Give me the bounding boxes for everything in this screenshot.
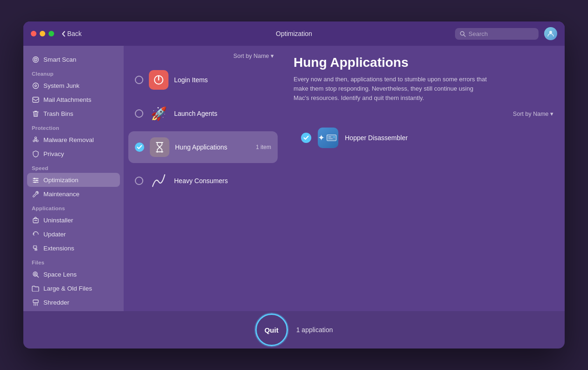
scan-item-heavy-consumers[interactable]: Heavy Consumers [128,165,278,197]
radar-icon [32,56,39,63]
sidebar-item-extensions[interactable]: Extensions [23,241,124,255]
hung-applications-label: Hung Applications [175,143,250,151]
sidebar-item-mail-attachments[interactable]: Mail Attachments [23,92,124,107]
extensions-icon [32,244,39,252]
search-bar[interactable] [455,28,539,40]
puzzle-icon [32,245,39,252]
sidebar-item-updater[interactable]: Updater [23,227,124,241]
center-panel: Sort by Name ▾ Login Items 🚀 Launch Agen… [124,46,282,311]
bin-icon [33,110,39,117]
sidebar-item-label: Malware Removal [43,136,94,143]
right-panel-title: Hung Applications [294,55,553,70]
sidebar-item-label: Uninstaller [43,217,73,224]
minimize-button[interactable] [40,31,45,36]
svg-point-6 [33,83,38,88]
sidebar-item-uninstaller[interactable]: Uninstaller [23,213,124,227]
maximize-button[interactable] [49,31,54,36]
biohazard-icon [32,136,39,143]
bottom-count-label: 1 application [296,326,333,334]
search-input[interactable] [469,30,534,37]
app-window: Back Optimization [23,21,565,349]
scan-item-login-items[interactable]: Login Items [128,64,278,96]
quit-button[interactable]: Quit [255,313,288,346]
svg-rect-25 [33,300,38,303]
disassembler-icon [325,130,338,145]
launch-agents-label: Launch Agents [174,110,271,117]
main-content: Smart Scan Cleanup System Junk [23,46,565,311]
sliders-icon [32,177,39,184]
svg-point-12 [35,137,36,139]
sidebar-section-protection: Protection [23,121,124,133]
sidebar-item-label: Extensions [43,245,74,252]
launch-agents-icon: 🚀 [149,104,168,123]
sidebar-item-malware-removal[interactable]: Malware Removal [23,133,124,147]
close-button[interactable] [31,31,36,36]
title-bar: Back Optimization [23,21,565,46]
sidebar-item-optimization[interactable]: Optimization [27,173,120,187]
sidebar-item-shredder[interactable]: Shredder [23,295,124,309]
avatar-icon [547,30,554,37]
sidebar-item-label: Smart Scan [43,56,77,63]
svg-point-5 [35,59,36,60]
privacy-icon [32,150,39,157]
envelope-icon [32,97,39,103]
sidebar-item-label: Maintenance [43,191,79,198]
checkmark-icon [137,145,142,149]
power-icon [153,74,164,85]
scan-item-launch-agents[interactable]: 🚀 Launch Agents [128,98,278,129]
sidebar-item-trash-bins[interactable]: Trash Bins [23,107,124,121]
radio-launch-agents[interactable] [135,109,143,118]
hung-applications-icon [150,137,169,157]
hourglass-icon [153,141,166,154]
svg-point-7 [35,85,36,86]
system-junk-icon [32,82,39,89]
sidebar-section-cleanup: Cleanup [23,66,124,78]
mail-icon [32,96,39,103]
sidebar-item-space-lens[interactable]: Space Lens [23,267,124,281]
sidebar-item-large-old-files[interactable]: Large & Old Files [23,281,124,295]
sidebar-item-label: Space Lens [43,271,77,278]
svg-point-23 [34,273,36,275]
sidebar-item-privacy[interactable]: Privacy [23,147,124,161]
sidebar-item-system-junk[interactable]: System Junk [23,78,124,92]
sidebar-item-label: System Junk [43,82,79,89]
sidebar-item-label: Privacy [43,150,64,157]
shred-icon [32,299,39,306]
folder-icon [32,285,39,292]
checkmark-icon [303,135,309,140]
svg-rect-31 [327,135,336,141]
hopper-disassembler-name: Hopper Disassembler [345,134,408,142]
sidebar: Smart Scan Cleanup System Junk [23,46,124,311]
disc-icon [32,82,39,89]
avatar[interactable] [544,27,557,40]
scan-item-hung-applications[interactable]: Hung Applications 1 item [128,131,278,163]
sidebar-item-maintenance[interactable]: Maintenance [23,187,124,201]
maintenance-icon [32,190,39,198]
svg-point-20 [34,181,35,183]
window-title: Optimization [276,30,312,37]
sidebar-item-label: Optimization [43,177,78,184]
hopper-disassembler-icon [318,128,338,148]
svg-point-18 [34,178,35,179]
sidebar-item-label: Large & Old Files [43,285,92,292]
chart-icon [150,172,167,189]
login-items-icon [149,70,168,90]
back-label: Back [67,30,82,37]
right-panel-description: Every now and then, applications tend to… [294,75,490,103]
traffic-lights [31,31,54,36]
right-sort-bar[interactable]: Sort by Name ▾ [294,110,553,117]
app-item-hopper-disassembler[interactable]: Hopper Disassembler [294,122,553,154]
sidebar-item-smart-scan[interactable]: Smart Scan [23,52,124,66]
center-sort-bar[interactable]: Sort by Name ▾ [128,52,278,64]
svg-point-14 [36,140,38,142]
wrench-icon [32,191,39,198]
sidebar-item-label: Shredder [43,299,70,306]
smart-scan-icon [32,56,39,63]
radio-heavy-consumers[interactable] [135,177,143,185]
radio-login-items[interactable] [135,76,143,84]
svg-point-13 [33,140,35,142]
uninstaller-icon [32,216,39,224]
back-button[interactable]: Back [62,30,82,37]
malware-icon [32,136,39,143]
back-icon [62,31,65,37]
